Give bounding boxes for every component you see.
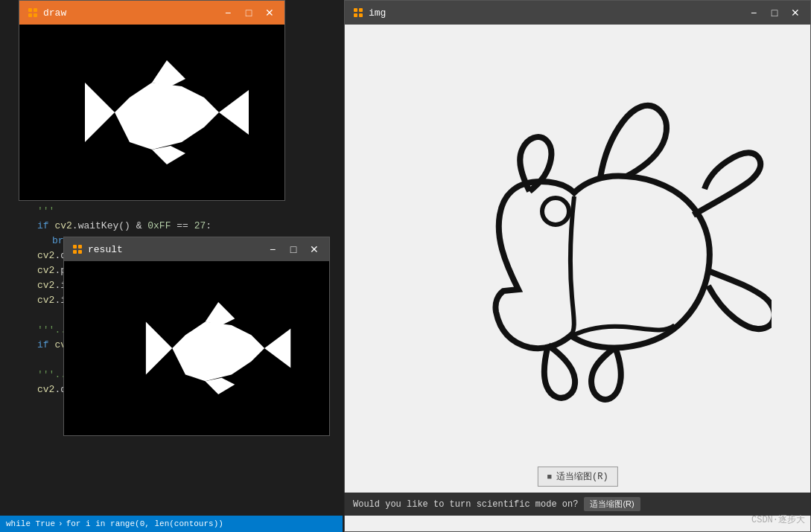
svg-marker-5 <box>219 90 249 135</box>
result-minimize-button[interactable]: − <box>265 242 280 257</box>
svg-marker-13 <box>264 328 290 368</box>
svg-marker-12 <box>146 322 264 382</box>
context-menu[interactable]: ■ 适当缩图(R) <box>537 467 617 487</box>
img-maximize-button[interactable]: □ <box>767 5 782 20</box>
breadcrumb-arrow: › <box>58 519 63 528</box>
svg-marker-7 <box>152 146 185 164</box>
svg-marker-4 <box>85 83 219 150</box>
result-titlebar: result − □ ✕ <box>64 237 329 261</box>
img-fish-outline <box>384 66 772 498</box>
draw-window-controls: − □ ✕ <box>220 5 277 20</box>
context-menu-icon: ■ <box>547 472 552 481</box>
img-window: img − □ ✕ <box>344 0 811 532</box>
img-minimize-button[interactable]: − <box>746 5 761 20</box>
draw-close-button[interactable]: ✕ <box>262 5 277 20</box>
result-window-content <box>64 261 329 435</box>
img-window-controls: − □ ✕ <box>746 5 803 20</box>
draw-minimize-button[interactable]: − <box>220 5 235 20</box>
scientific-mode-tooltip: Would you like to turn scientific mode o… <box>344 493 811 516</box>
svg-rect-11 <box>78 250 82 254</box>
bottom-status-bar: while True › for i in range(0, len(conto… <box>0 516 343 532</box>
svg-marker-15 <box>206 378 235 394</box>
svg-marker-6 <box>152 60 185 86</box>
result-fish-shape <box>120 289 291 408</box>
img-window-icon <box>352 7 364 19</box>
code-line-2: if cv2.waitKey() & 0xFF == 27: <box>0 219 343 234</box>
svg-point-20 <box>542 198 569 225</box>
svg-marker-14 <box>206 302 235 325</box>
result-window-icon <box>71 243 83 255</box>
result-window: result − □ ✕ <box>63 237 330 436</box>
svg-rect-9 <box>78 245 82 249</box>
code-line-1: ''' <box>0 204 343 219</box>
svg-rect-17 <box>359 8 363 12</box>
sci-tooltip-text: Would you like to turn scientific mode o… <box>353 499 578 510</box>
result-window-controls: − □ ✕ <box>265 242 322 257</box>
draw-window-icon <box>27 7 39 19</box>
img-window-title: img <box>369 7 746 19</box>
svg-rect-2 <box>28 13 32 17</box>
draw-window-content <box>19 25 284 200</box>
svg-rect-19 <box>359 13 363 17</box>
for-loop-label: for i in range(0, len(contours)) <box>66 519 223 528</box>
svg-rect-8 <box>73 245 77 249</box>
draw-fish-shape <box>55 45 249 179</box>
svg-rect-18 <box>354 13 357 17</box>
img-close-button[interactable]: ✕ <box>788 5 803 20</box>
svg-rect-16 <box>354 8 357 12</box>
result-maximize-button[interactable]: □ <box>286 242 301 257</box>
result-window-title: result <box>88 244 265 255</box>
context-menu-label: 适当缩图(R) <box>556 470 608 483</box>
svg-rect-1 <box>34 8 37 12</box>
draw-titlebar: draw − □ ✕ <box>19 1 284 25</box>
sci-mode-button[interactable]: 适当缩图(R) <box>584 497 640 511</box>
result-close-button[interactable]: ✕ <box>307 242 322 257</box>
draw-window: draw − □ ✕ <box>19 0 285 201</box>
svg-rect-3 <box>34 13 37 17</box>
svg-rect-10 <box>73 250 77 254</box>
img-titlebar: img − □ ✕ <box>345 1 810 25</box>
csdn-watermark: CSDN·逐步大 <box>751 513 805 526</box>
draw-maximize-button[interactable]: □ <box>241 5 256 20</box>
img-window-content: ■ 适当缩图(R) <box>345 25 810 531</box>
while-true-label: while True <box>6 519 55 528</box>
draw-window-title: draw <box>43 7 220 19</box>
svg-rect-0 <box>28 8 32 12</box>
